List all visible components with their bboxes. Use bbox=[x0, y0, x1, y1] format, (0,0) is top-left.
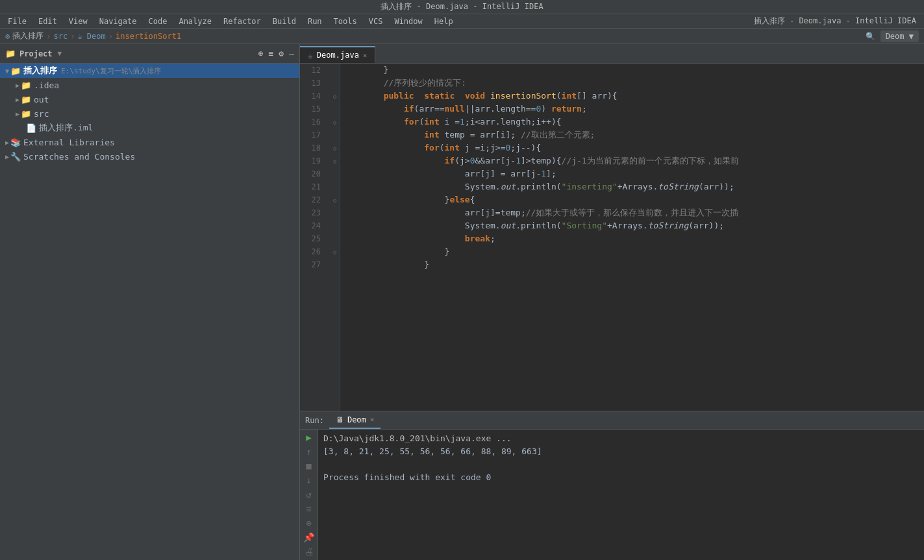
tree-item-iml[interactable]: 📄 插入排序.iml bbox=[0, 121, 299, 135]
code-line-22: }else{ bbox=[343, 193, 921, 206]
tree-item-ext[interactable]: ▶ 📚 External Libraries bbox=[0, 135, 299, 149]
code-line-23: arr[j]=temp;//如果大于或等于，那么保存当前数，并且进入下一次插 bbox=[343, 206, 921, 219]
title-bar: 插入排序 - Deom.java - IntelliJ IDEA bbox=[0, 0, 924, 14]
menu-window[interactable]: Window bbox=[389, 16, 427, 27]
ln-12: 12 bbox=[300, 64, 325, 77]
code-line-16: for(int i =1;i<arr.length;i++){ bbox=[343, 116, 921, 128]
ln-25: 25 bbox=[300, 232, 325, 245]
tree-arrow-ext: ▶ bbox=[5, 139, 9, 146]
menu-file[interactable]: File bbox=[3, 16, 32, 27]
console-line-blank bbox=[323, 458, 919, 471]
bc-deom[interactable]: ☕ Deom bbox=[77, 32, 105, 41]
tree-item-out[interactable]: ▶ 📁 out bbox=[0, 92, 299, 106]
scroll-up-button[interactable]: ↑ bbox=[302, 446, 316, 457]
bc-search-icon: ⚙ bbox=[5, 32, 10, 41]
bottom-tab-deom[interactable]: 🖥 Deom ✕ bbox=[329, 412, 381, 429]
gm-26[interactable]: ◇ bbox=[330, 245, 340, 258]
code-line-18: for(int j =i;j>=0;j--){ bbox=[343, 141, 921, 154]
ln-22: 22 bbox=[300, 193, 325, 206]
sidebar-title: Project bbox=[19, 49, 53, 58]
scratches-icon: 🔧 bbox=[10, 152, 21, 162]
bottom-toolbar: ▶ ↑ ■ ↓ ↺ ≡ ⊕ 📌 🖨 🗑 bbox=[300, 430, 318, 560]
code-line-17: int temp = arr[i]; //取出第二个元素; bbox=[343, 128, 921, 141]
menu-code[interactable]: Code bbox=[144, 16, 173, 27]
tree-item-root[interactable]: ▼ 📁 插入排序 E:\study\复习一轮\插入排序 bbox=[0, 64, 299, 78]
menu-run[interactable]: Run bbox=[303, 16, 327, 27]
wrap-button[interactable]: ≡ bbox=[302, 504, 316, 514]
code-line-24: System.out.println("Sorting"+Arrays.toSt… bbox=[343, 219, 921, 232]
menu-vcs[interactable]: VCS bbox=[364, 16, 388, 27]
ln-24: 24 bbox=[300, 219, 325, 232]
menu-tools[interactable]: Tools bbox=[329, 16, 362, 27]
run-button[interactable]: ▶ bbox=[302, 432, 316, 443]
menu-help[interactable]: Help bbox=[429, 16, 458, 27]
bc-method[interactable]: insertionSort1 bbox=[116, 32, 181, 41]
code-content[interactable]: } //序列较少的情况下: public static void inserti… bbox=[340, 64, 924, 411]
ln-14: 14 bbox=[300, 90, 325, 103]
bc-src[interactable]: src bbox=[53, 32, 68, 41]
editor-tab-label: Deom.java bbox=[317, 51, 359, 60]
folder-icon-src: 📁 bbox=[21, 109, 31, 119]
sidebar-dropdown-icon[interactable]: ▼ bbox=[58, 49, 62, 58]
bottom-tab-close[interactable]: ✕ bbox=[370, 415, 375, 424]
code-line-13: //序列较少的情况下: bbox=[343, 77, 921, 90]
tree-label-scratches: Scratches and Consoles bbox=[23, 152, 135, 162]
menu-build[interactable]: Build bbox=[268, 16, 301, 27]
main-layout: 📁 Project ▼ ⊕ ≡ ⚙ — ▼ 📁 插入排序 E:\study\复习… bbox=[0, 44, 924, 560]
sidebar-locate-icon[interactable]: ⊕ bbox=[258, 49, 264, 58]
rerun-button[interactable]: ↺ bbox=[302, 489, 316, 500]
tree-arrow-root: ▼ bbox=[5, 67, 9, 75]
tab-close-button[interactable]: ✕ bbox=[363, 51, 368, 60]
print-button[interactable]: 🖨 bbox=[302, 546, 316, 557]
settings-button[interactable]: ⊕ bbox=[302, 518, 316, 528]
gm-13 bbox=[330, 77, 340, 90]
bc-run-config[interactable]: Deom ▼ bbox=[880, 30, 919, 42]
bottom-tabs: Run: 🖥 Deom ✕ bbox=[300, 411, 924, 430]
menu-refactor[interactable]: Refactor bbox=[218, 16, 266, 27]
code-editor: 12 13 14 15 16 17 18 19 20 21 22 23 24 2… bbox=[300, 64, 924, 411]
menu-edit[interactable]: Edit bbox=[33, 16, 62, 27]
title-bar-text: 插入排序 - Deom.java - IntelliJ IDEA bbox=[381, 1, 543, 12]
tree-item-scratches[interactable]: ▶ 🔧 Scratches and Consoles bbox=[0, 149, 299, 164]
gm-23 bbox=[330, 206, 340, 219]
java-file-icon: ☕ bbox=[308, 51, 313, 60]
tree-label-out: out bbox=[34, 95, 49, 104]
gm-18[interactable]: ◇ bbox=[330, 141, 340, 154]
tree-item-idea[interactable]: ▶ 📁 .idea bbox=[0, 78, 299, 92]
sidebar-header: 📁 Project ▼ ⊕ ≡ ⚙ — bbox=[0, 44, 299, 64]
code-line-12: } bbox=[343, 64, 921, 77]
pin-button[interactable]: 📌 bbox=[302, 532, 316, 542]
gm-25 bbox=[330, 232, 340, 245]
editor-tab-deom[interactable]: ☕ Deom.java ✕ bbox=[300, 46, 375, 63]
gm-27 bbox=[330, 258, 340, 271]
fold-gutter: ◇ ◇ ◇ ◇ ◇ ◇ bbox=[330, 64, 340, 411]
bottom-content: ▶ ↑ ■ ↓ ↺ ≡ ⊕ 📌 🖨 🗑 D:\Java\jdk1.8.0_201… bbox=[300, 430, 924, 560]
bc-project[interactable]: 插入排序 bbox=[12, 30, 44, 42]
scroll-down-button[interactable]: ↓ bbox=[302, 475, 316, 485]
tree-item-src[interactable]: ▶ 📁 src bbox=[0, 106, 299, 121]
gm-16[interactable]: ◇ bbox=[330, 116, 340, 128]
gm-22[interactable]: ◇ bbox=[330, 193, 340, 206]
code-line-21: System.out.println("inserting"+Arrays.to… bbox=[343, 180, 921, 193]
sidebar-collapse-icon[interactable]: ≡ bbox=[269, 49, 274, 58]
tree-label-idea: .idea bbox=[34, 80, 59, 90]
code-line-25: break; bbox=[343, 232, 921, 245]
sidebar-folder-icon: 📁 bbox=[5, 49, 16, 58]
menu-view[interactable]: View bbox=[64, 16, 93, 27]
iml-icon: 📄 bbox=[26, 123, 36, 133]
sidebar-minimize-icon[interactable]: — bbox=[289, 49, 294, 58]
gm-17 bbox=[330, 128, 340, 141]
code-line-26: } bbox=[343, 245, 921, 258]
stop-button[interactable]: ■ bbox=[302, 461, 316, 471]
code-line-27: } bbox=[343, 258, 921, 271]
menu-analyze[interactable]: Analyze bbox=[173, 16, 217, 27]
gm-19[interactable]: ◇ bbox=[330, 154, 340, 167]
sidebar-gear-icon[interactable]: ⚙ bbox=[279, 49, 284, 58]
console-output: D:\Java\jdk1.8.0_201\bin\java.exe ... [3… bbox=[318, 430, 924, 560]
menu-navigate[interactable]: Navigate bbox=[94, 16, 142, 27]
gm-14[interactable]: ◇ bbox=[330, 90, 340, 103]
ln-23: 23 bbox=[300, 206, 325, 219]
tree-arrow-idea: ▶ bbox=[16, 82, 19, 89]
bottom-tab-deom-label: Deom bbox=[347, 415, 366, 424]
ln-20: 20 bbox=[300, 167, 325, 180]
